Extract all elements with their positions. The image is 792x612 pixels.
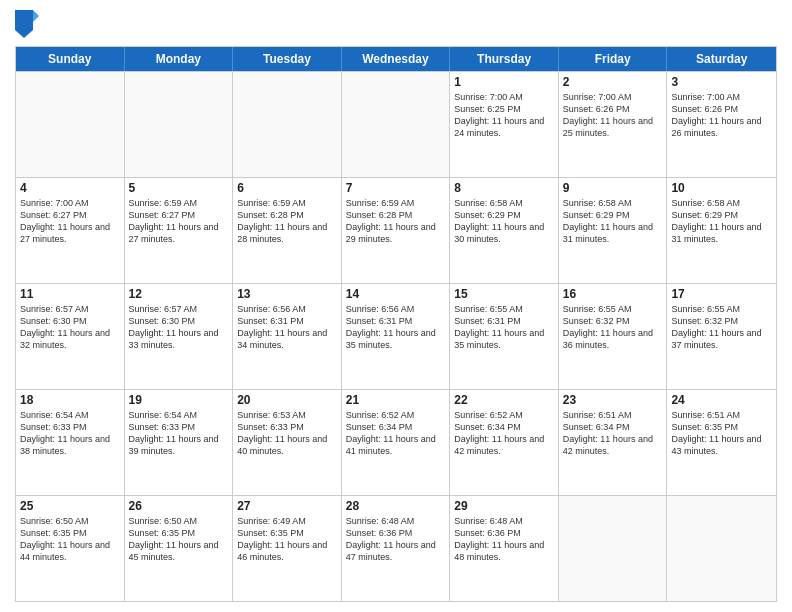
header-tuesday: Tuesday <box>233 47 342 71</box>
svg-marker-0 <box>15 10 33 38</box>
cell-detail: Sunrise: 7:00 AM Sunset: 6:25 PM Dayligh… <box>454 91 554 140</box>
cell-detail: Sunrise: 7:00 AM Sunset: 6:26 PM Dayligh… <box>563 91 663 140</box>
cal-row-3: 18Sunrise: 6:54 AM Sunset: 6:33 PM Dayli… <box>16 389 776 495</box>
cal-cell: 7Sunrise: 6:59 AM Sunset: 6:28 PM Daylig… <box>342 178 451 283</box>
cal-cell: 25Sunrise: 6:50 AM Sunset: 6:35 PM Dayli… <box>16 496 125 601</box>
cal-cell: 5Sunrise: 6:59 AM Sunset: 6:27 PM Daylig… <box>125 178 234 283</box>
day-number: 19 <box>129 393 229 407</box>
day-number: 22 <box>454 393 554 407</box>
cal-cell: 1Sunrise: 7:00 AM Sunset: 6:25 PM Daylig… <box>450 72 559 177</box>
day-number: 2 <box>563 75 663 89</box>
cell-detail: Sunrise: 6:58 AM Sunset: 6:29 PM Dayligh… <box>671 197 772 246</box>
header-monday: Monday <box>125 47 234 71</box>
cal-cell: 13Sunrise: 6:56 AM Sunset: 6:31 PM Dayli… <box>233 284 342 389</box>
header-wednesday: Wednesday <box>342 47 451 71</box>
cal-cell <box>125 72 234 177</box>
day-number: 25 <box>20 499 120 513</box>
cell-detail: Sunrise: 6:52 AM Sunset: 6:34 PM Dayligh… <box>346 409 446 458</box>
cal-row-1: 4Sunrise: 7:00 AM Sunset: 6:27 PM Daylig… <box>16 177 776 283</box>
cell-detail: Sunrise: 6:48 AM Sunset: 6:36 PM Dayligh… <box>346 515 446 564</box>
cal-cell: 17Sunrise: 6:55 AM Sunset: 6:32 PM Dayli… <box>667 284 776 389</box>
header-thursday: Thursday <box>450 47 559 71</box>
header-friday: Friday <box>559 47 668 71</box>
cal-cell: 12Sunrise: 6:57 AM Sunset: 6:30 PM Dayli… <box>125 284 234 389</box>
day-number: 9 <box>563 181 663 195</box>
day-number: 8 <box>454 181 554 195</box>
day-number: 5 <box>129 181 229 195</box>
day-number: 20 <box>237 393 337 407</box>
cell-detail: Sunrise: 6:57 AM Sunset: 6:30 PM Dayligh… <box>20 303 120 352</box>
day-number: 7 <box>346 181 446 195</box>
cal-cell <box>342 72 451 177</box>
cal-row-2: 11Sunrise: 6:57 AM Sunset: 6:30 PM Dayli… <box>16 283 776 389</box>
cal-cell: 15Sunrise: 6:55 AM Sunset: 6:31 PM Dayli… <box>450 284 559 389</box>
day-number: 10 <box>671 181 772 195</box>
day-number: 6 <box>237 181 337 195</box>
header-sunday: Sunday <box>16 47 125 71</box>
day-number: 1 <box>454 75 554 89</box>
cell-detail: Sunrise: 6:52 AM Sunset: 6:34 PM Dayligh… <box>454 409 554 458</box>
cell-detail: Sunrise: 6:59 AM Sunset: 6:27 PM Dayligh… <box>129 197 229 246</box>
calendar-header: SundayMondayTuesdayWednesdayThursdayFrid… <box>16 47 776 71</box>
day-number: 3 <box>671 75 772 89</box>
day-number: 11 <box>20 287 120 301</box>
cal-cell <box>16 72 125 177</box>
cell-detail: Sunrise: 7:00 AM Sunset: 6:26 PM Dayligh… <box>671 91 772 140</box>
cal-cell: 18Sunrise: 6:54 AM Sunset: 6:33 PM Dayli… <box>16 390 125 495</box>
day-number: 26 <box>129 499 229 513</box>
svg-marker-1 <box>33 10 39 22</box>
cell-detail: Sunrise: 6:51 AM Sunset: 6:35 PM Dayligh… <box>671 409 772 458</box>
cell-detail: Sunrise: 6:54 AM Sunset: 6:33 PM Dayligh… <box>129 409 229 458</box>
cal-cell <box>233 72 342 177</box>
cell-detail: Sunrise: 6:56 AM Sunset: 6:31 PM Dayligh… <box>237 303 337 352</box>
cal-cell: 9Sunrise: 6:58 AM Sunset: 6:29 PM Daylig… <box>559 178 668 283</box>
day-number: 4 <box>20 181 120 195</box>
cell-detail: Sunrise: 6:59 AM Sunset: 6:28 PM Dayligh… <box>346 197 446 246</box>
cal-cell: 10Sunrise: 6:58 AM Sunset: 6:29 PM Dayli… <box>667 178 776 283</box>
cal-cell: 19Sunrise: 6:54 AM Sunset: 6:33 PM Dayli… <box>125 390 234 495</box>
cell-detail: Sunrise: 6:57 AM Sunset: 6:30 PM Dayligh… <box>129 303 229 352</box>
cell-detail: Sunrise: 6:54 AM Sunset: 6:33 PM Dayligh… <box>20 409 120 458</box>
day-number: 24 <box>671 393 772 407</box>
cal-cell: 20Sunrise: 6:53 AM Sunset: 6:33 PM Dayli… <box>233 390 342 495</box>
cell-detail: Sunrise: 6:53 AM Sunset: 6:33 PM Dayligh… <box>237 409 337 458</box>
cal-cell: 29Sunrise: 6:48 AM Sunset: 6:36 PM Dayli… <box>450 496 559 601</box>
cal-cell: 4Sunrise: 7:00 AM Sunset: 6:27 PM Daylig… <box>16 178 125 283</box>
cal-cell: 28Sunrise: 6:48 AM Sunset: 6:36 PM Dayli… <box>342 496 451 601</box>
cal-row-4: 25Sunrise: 6:50 AM Sunset: 6:35 PM Dayli… <box>16 495 776 601</box>
cell-detail: Sunrise: 6:58 AM Sunset: 6:29 PM Dayligh… <box>563 197 663 246</box>
cal-cell: 23Sunrise: 6:51 AM Sunset: 6:34 PM Dayli… <box>559 390 668 495</box>
header-saturday: Saturday <box>667 47 776 71</box>
cal-cell: 3Sunrise: 7:00 AM Sunset: 6:26 PM Daylig… <box>667 72 776 177</box>
cell-detail: Sunrise: 6:56 AM Sunset: 6:31 PM Dayligh… <box>346 303 446 352</box>
cal-cell: 11Sunrise: 6:57 AM Sunset: 6:30 PM Dayli… <box>16 284 125 389</box>
logo-icon <box>15 10 39 38</box>
cal-cell: 2Sunrise: 7:00 AM Sunset: 6:26 PM Daylig… <box>559 72 668 177</box>
day-number: 21 <box>346 393 446 407</box>
day-number: 12 <box>129 287 229 301</box>
day-number: 29 <box>454 499 554 513</box>
cal-cell: 27Sunrise: 6:49 AM Sunset: 6:35 PM Dayli… <box>233 496 342 601</box>
cell-detail: Sunrise: 6:55 AM Sunset: 6:32 PM Dayligh… <box>563 303 663 352</box>
cell-detail: Sunrise: 6:55 AM Sunset: 6:32 PM Dayligh… <box>671 303 772 352</box>
cal-cell <box>667 496 776 601</box>
cell-detail: Sunrise: 7:00 AM Sunset: 6:27 PM Dayligh… <box>20 197 120 246</box>
cal-cell: 26Sunrise: 6:50 AM Sunset: 6:35 PM Dayli… <box>125 496 234 601</box>
cal-cell: 8Sunrise: 6:58 AM Sunset: 6:29 PM Daylig… <box>450 178 559 283</box>
day-number: 15 <box>454 287 554 301</box>
logo <box>15 10 43 38</box>
cell-detail: Sunrise: 6:55 AM Sunset: 6:31 PM Dayligh… <box>454 303 554 352</box>
cell-detail: Sunrise: 6:58 AM Sunset: 6:29 PM Dayligh… <box>454 197 554 246</box>
day-number: 17 <box>671 287 772 301</box>
day-number: 13 <box>237 287 337 301</box>
day-number: 27 <box>237 499 337 513</box>
cal-cell: 21Sunrise: 6:52 AM Sunset: 6:34 PM Dayli… <box>342 390 451 495</box>
day-number: 23 <box>563 393 663 407</box>
cal-cell: 16Sunrise: 6:55 AM Sunset: 6:32 PM Dayli… <box>559 284 668 389</box>
cell-detail: Sunrise: 6:50 AM Sunset: 6:35 PM Dayligh… <box>129 515 229 564</box>
page-header <box>15 10 777 38</box>
cell-detail: Sunrise: 6:51 AM Sunset: 6:34 PM Dayligh… <box>563 409 663 458</box>
cal-cell <box>559 496 668 601</box>
day-number: 16 <box>563 287 663 301</box>
day-number: 18 <box>20 393 120 407</box>
